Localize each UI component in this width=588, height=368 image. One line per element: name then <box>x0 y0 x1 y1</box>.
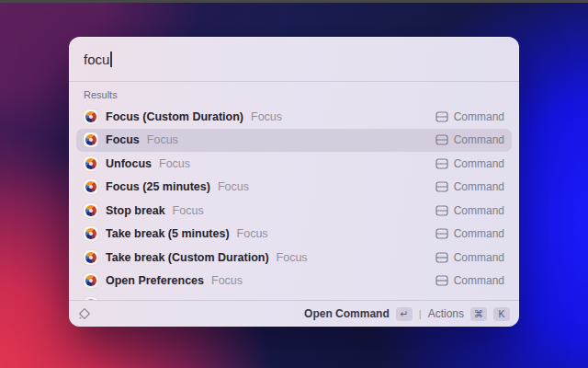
result-title: Open Preferences <box>106 274 204 287</box>
result-title: Take break (5 minutes) <box>106 227 230 240</box>
result-subtitle: Focus <box>251 110 282 123</box>
focus-app-icon <box>84 203 98 218</box>
search-query-text: focu <box>84 52 109 67</box>
footer-separator: | <box>419 308 422 319</box>
result-type-label: Command <box>454 180 504 193</box>
result-title: Stop break <box>106 204 165 217</box>
result-row[interactable]: Open Preferences Focus Command <box>76 270 512 293</box>
result-type: Command <box>435 204 504 217</box>
result-row[interactable]: Focus Application <box>76 293 512 300</box>
result-title: Unfocus <box>106 157 152 170</box>
result-row[interactable]: Take break (5 minutes) Focus Command <box>76 223 512 247</box>
command-window-icon <box>435 158 448 169</box>
result-type-label: Command <box>454 110 504 123</box>
focus-app-icon <box>84 109 98 124</box>
result-type: Command <box>435 227 504 240</box>
result-type: Command <box>435 133 504 146</box>
result-subtitle: Focus <box>211 274 243 287</box>
result-row[interactable]: Focus Focus Command <box>76 129 512 153</box>
result-type-label: Command <box>454 274 504 287</box>
actions-button[interactable]: Actions <box>428 307 464 320</box>
focus-app-icon <box>84 273 98 288</box>
result-row[interactable]: Focus (25 minutes) Focus Command <box>76 176 512 200</box>
text-cursor <box>110 52 112 67</box>
raycast-logo-icon <box>78 307 91 320</box>
focus-app-icon <box>84 132 98 147</box>
cmd-key-badge: ⌘ <box>470 307 487 321</box>
result-type-label: Command <box>454 227 504 240</box>
result-type-label: Command <box>454 133 504 146</box>
result-row[interactable]: Stop break Focus Command <box>76 199 512 223</box>
command-window-icon <box>435 205 448 216</box>
result-subtitle: Focus <box>147 133 178 146</box>
result-subtitle: Focus <box>237 227 268 240</box>
result-title: Focus <box>106 133 140 146</box>
result-subtitle: Focus <box>277 251 308 264</box>
result-type-label: Command <box>454 157 504 170</box>
k-key-badge: K <box>493 307 510 321</box>
result-row[interactable]: Unfocus Focus Command <box>76 152 512 176</box>
command-window-icon <box>435 134 448 145</box>
focus-app-icon <box>84 156 98 171</box>
focus-app-icon <box>84 179 98 194</box>
command-window-icon <box>435 252 448 263</box>
result-type-label: Command <box>454 204 504 217</box>
search-input[interactable]: focu <box>69 37 519 81</box>
primary-action-label[interactable]: Open Command <box>304 307 390 320</box>
launcher-window: focu Results Focus (Custom Duration) Foc… <box>69 37 519 327</box>
enter-key-badge: ↵ <box>396 307 413 321</box>
result-row[interactable]: Take break (Custom Duration) Focus Comma… <box>76 246 512 270</box>
focus-app-icon <box>84 250 98 265</box>
focus-app-icon <box>84 226 98 241</box>
result-title: Take break (Custom Duration) <box>106 251 269 264</box>
result-subtitle: Focus <box>218 180 249 193</box>
result-type-label: Command <box>454 251 504 264</box>
desktop-wallpaper: focu Results Focus (Custom Duration) Foc… <box>0 0 588 368</box>
command-window-icon <box>435 181 448 192</box>
result-type: Command <box>435 110 504 123</box>
result-subtitle: Focus <box>159 157 190 170</box>
command-window-icon <box>435 111 448 122</box>
result-title: Focus (Custom Duration) <box>106 110 243 123</box>
command-window-icon <box>435 275 448 286</box>
command-window-icon <box>435 228 448 239</box>
menu-bar-strip <box>0 0 588 3</box>
result-type: Command <box>435 157 504 170</box>
result-row[interactable]: Focus (Custom Duration) Focus Command <box>76 105 512 129</box>
result-title: Focus (25 minutes) <box>106 180 210 193</box>
result-subtitle: Focus <box>173 204 204 217</box>
footer-action-bar: Open Command ↵ | Actions ⌘ K <box>69 300 519 327</box>
result-type: Command <box>435 251 504 264</box>
results-section-header: Results <box>69 82 519 103</box>
result-type: Command <box>435 180 504 193</box>
result-type: Command <box>435 274 504 287</box>
results-list: Focus (Custom Duration) Focus Command Fo… <box>69 103 519 300</box>
